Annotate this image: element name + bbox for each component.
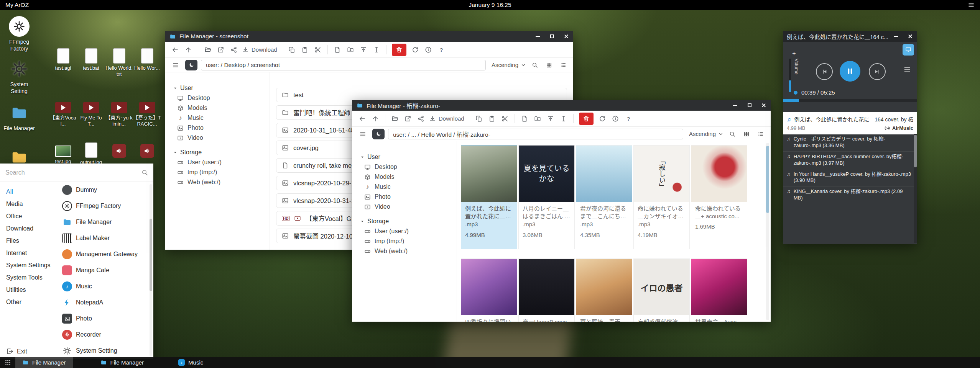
playlist-toggle-button[interactable] bbox=[903, 65, 911, 73]
sidebar-toggle-button[interactable] bbox=[169, 60, 182, 70]
open-button[interactable] bbox=[201, 44, 214, 56]
refresh-button[interactable] bbox=[596, 113, 609, 125]
sidebar-item-video[interactable]: Video bbox=[360, 202, 457, 212]
share-button[interactable] bbox=[414, 113, 428, 125]
desktop-file[interactable]: test.jpg bbox=[49, 142, 77, 165]
desktop-icon-ffmpeg-factory[interactable]: FFmpeg Factory bbox=[3, 16, 35, 52]
aroz-start-button[interactable]: My ArOZ bbox=[5, 2, 29, 8]
sidebar-item-desktop[interactable]: Desktop bbox=[360, 162, 457, 172]
app-item-file-manager[interactable]: File Manager bbox=[58, 214, 153, 230]
file-tile[interactable]: 君が夜の海に還るまで＿こんにちは谷田....mp34.35MB bbox=[576, 145, 632, 249]
app-item-dummy[interactable]: Dummy bbox=[58, 182, 153, 198]
dark-mode-button[interactable] bbox=[185, 60, 197, 70]
sidebar-header-storage[interactable]: Storage bbox=[173, 149, 270, 156]
category-system-settings[interactable]: System Settings bbox=[0, 259, 58, 272]
share-button[interactable] bbox=[227, 44, 240, 56]
sidebar-item-desktop[interactable]: Desktop bbox=[173, 93, 270, 103]
back-button[interactable] bbox=[356, 113, 369, 125]
taskbar-item-file-manager-1[interactable]: File Manager bbox=[15, 357, 73, 368]
file-tile[interactable]: 命に嫌われている＿+ acoustic co...1.69MB bbox=[691, 145, 747, 249]
app-item-notepada[interactable]: NotepadA bbox=[58, 294, 153, 311]
app-item-manga-cafe[interactable]: Manga Cafe bbox=[58, 262, 153, 278]
maximize-button[interactable] bbox=[545, 31, 559, 42]
window-titlebar[interactable]: 例えば、今此処に置かれた花に＿164 c... bbox=[783, 31, 917, 42]
new-folder-button[interactable] bbox=[531, 113, 544, 125]
menu-icon[interactable] bbox=[968, 2, 975, 8]
close-button[interactable] bbox=[903, 31, 917, 42]
scrollbar-thumb[interactable] bbox=[914, 135, 917, 167]
upload-button[interactable] bbox=[544, 113, 557, 125]
volume-control[interactable]: + Volume bbox=[789, 50, 799, 92]
desktop-file[interactable] bbox=[133, 142, 161, 165]
sidebar-item-user-drive[interactable]: User (user:/) bbox=[360, 226, 457, 236]
desktop-file[interactable]: Fly Me To T... bbox=[77, 99, 105, 127]
address-bar[interactable]: user: / Desktop / screenshot bbox=[201, 60, 486, 70]
desktop-file[interactable]: Hello Wor... bbox=[133, 48, 161, 77]
cut-button[interactable] bbox=[498, 113, 511, 125]
category-utilities[interactable]: Utilities bbox=[0, 284, 58, 296]
desktop-icon-system-setting[interactable]: System Setting bbox=[3, 59, 35, 95]
upload-button[interactable] bbox=[357, 44, 370, 56]
app-item-music[interactable]: ♪Music bbox=[58, 278, 153, 294]
file-tile[interactable]: 夏を見ているかな 八月のレイニー＿はるまきごはん co....mp33.06MB bbox=[518, 145, 575, 249]
sort-dropdown[interactable]: Ascending bbox=[492, 62, 526, 68]
playlist-scrollbar[interactable] bbox=[914, 134, 917, 243]
search-input[interactable] bbox=[5, 169, 141, 176]
scrollbar-thumb[interactable] bbox=[766, 146, 769, 213]
app-item-ffmpeg-factory[interactable]: FFmpeg Factory bbox=[58, 198, 153, 214]
delete-button[interactable] bbox=[579, 113, 594, 125]
paste-button[interactable] bbox=[485, 113, 498, 125]
file-tile[interactable]: 「寂しい」 命に嫌われている＿カンザキイオリ....mp34.19MB bbox=[633, 145, 690, 249]
list-view-button[interactable] bbox=[558, 60, 569, 70]
desktop-icon-file-manager[interactable]: File Manager bbox=[3, 103, 35, 132]
window-titlebar[interactable]: File Manager - 柘榴-zakuro- bbox=[352, 100, 771, 111]
app-item-label-maker[interactable]: Label Maker bbox=[58, 230, 153, 246]
copy-button[interactable] bbox=[285, 44, 298, 56]
app-item-management-gateway[interactable]: Management Gateway bbox=[58, 246, 153, 262]
desktop-file[interactable]: 【東方~yu kimin... bbox=[105, 99, 133, 127]
copy-button[interactable] bbox=[472, 113, 485, 125]
sidebar-header-storage[interactable]: Storage bbox=[360, 218, 457, 225]
sort-dropdown[interactable]: Ascending bbox=[689, 131, 723, 137]
maximize-button[interactable] bbox=[742, 100, 756, 111]
pause-button[interactable] bbox=[840, 61, 860, 82]
playlist-item[interactable]: ♫Cynic＿ポリスピカデリー cover. by 柘榴-zakuro-.mp3… bbox=[783, 134, 917, 152]
sidebar-item-models[interactable]: Models bbox=[173, 103, 270, 113]
search-button[interactable] bbox=[727, 129, 738, 139]
download-button[interactable]: Download bbox=[240, 44, 279, 56]
sidebar-item-photo[interactable]: Photo bbox=[360, 192, 457, 202]
window-titlebar[interactable]: File Manager - screenshot bbox=[165, 31, 573, 42]
close-button[interactable] bbox=[756, 100, 771, 111]
properties-button[interactable] bbox=[609, 113, 622, 125]
output-device[interactable]: AirMusic bbox=[885, 125, 913, 131]
rename-button[interactable] bbox=[370, 44, 383, 56]
cut-button[interactable] bbox=[311, 44, 324, 56]
desktop-file[interactable]: Hello World.txt bbox=[105, 48, 133, 77]
grid-scrollbar[interactable] bbox=[766, 143, 769, 320]
sidebar-header-user[interactable]: User bbox=[360, 154, 457, 160]
playlist-item[interactable]: ♫HAPPY BIRTHDAY＿back number cover. by柘榴-… bbox=[783, 152, 917, 169]
sidebar-item-models[interactable]: Models bbox=[360, 172, 457, 182]
seek-bar[interactable] bbox=[783, 99, 917, 102]
back-button[interactable] bbox=[169, 44, 182, 56]
file-tile[interactable]: 憂一HamaP cover... bbox=[518, 258, 575, 322]
open-in-new-window-button[interactable] bbox=[214, 44, 227, 56]
taskbar-item-file-manager-2[interactable]: File Manager bbox=[94, 357, 151, 368]
help-button[interactable] bbox=[622, 113, 635, 125]
desktop-file[interactable]: 【東方Vocal... bbox=[49, 99, 77, 127]
playlist-item[interactable]: ♫In Your Hands＿yusukeP cover. by 柘榴-zaku… bbox=[783, 169, 917, 187]
sidebar-item-music[interactable]: ♪Music bbox=[173, 113, 270, 123]
address-bar[interactable]: user: / ... / Hello World / 柘榴-zakuro- bbox=[388, 129, 683, 139]
grid-view-button[interactable] bbox=[544, 60, 554, 70]
volume-slider[interactable] bbox=[789, 59, 791, 92]
grid-view-button[interactable] bbox=[741, 129, 752, 139]
desktop-file[interactable]: output.log bbox=[77, 142, 105, 165]
download-button[interactable]: Download bbox=[428, 113, 466, 125]
scrollbar-thumb[interactable] bbox=[150, 219, 152, 291]
category-all[interactable]: All bbox=[0, 186, 58, 198]
category-download[interactable]: Download bbox=[0, 222, 58, 235]
file-tile[interactable]: 四季折々に揺蕩いて... bbox=[461, 258, 517, 322]
minimize-button[interactable] bbox=[728, 100, 742, 111]
app-item-photo[interactable]: Photo bbox=[58, 311, 153, 327]
category-other[interactable]: Other bbox=[0, 296, 58, 308]
